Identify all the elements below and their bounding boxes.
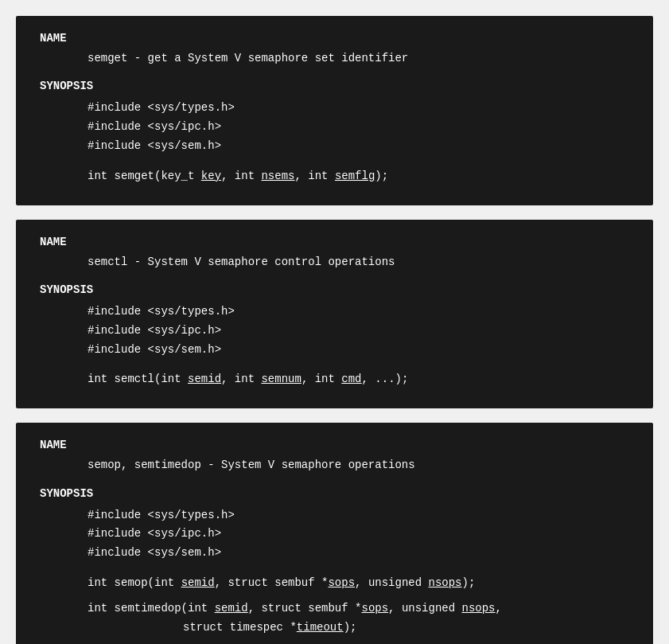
- semctl-param-semnum: semnum: [261, 373, 301, 385]
- semtimedop-line2: struct timespec *: [88, 619, 297, 638]
- semget-sig-mid1: , int: [221, 170, 261, 182]
- semget-synopsis-label: SYNOPSIS: [40, 80, 629, 92]
- semtimedop-sig-comma: ,: [496, 602, 502, 615]
- semctl-synopsis-label: SYNOPSIS: [40, 283, 629, 296]
- semget-includes: #include <sys/types.h> #include <sys/ipc…: [40, 99, 629, 155]
- semtimedop-sig-mid2: , unsigned: [388, 602, 461, 615]
- semctl-includes: #include <sys/types.h> #include <sys/ipc…: [40, 302, 629, 359]
- semget-include-3: #include <sys/sem.h>: [88, 137, 629, 156]
- semget-name-text: semget - get a System V semaphore set id…: [40, 49, 629, 67]
- semctl-sig-end: , ...);: [362, 373, 409, 385]
- semget-sig-prefix: int semget(key_t: [88, 170, 201, 182]
- semop-param-sops: sops: [328, 576, 355, 589]
- semctl-sig-mid1: , int: [221, 373, 261, 385]
- semget-block: NAME semget - get a System V semaphore s…: [16, 16, 653, 205]
- semctl-param-cmd: cmd: [341, 373, 361, 385]
- semop-sig-mid1: , struct sembuf *: [215, 576, 329, 589]
- semget-param-nsems: nsems: [261, 170, 294, 182]
- semop-include-2: #include <sys/ipc.h>: [88, 525, 629, 544]
- semop-sig-mid2: , unsigned: [355, 576, 428, 589]
- semtimedop-sig-prefix: int semtimedop(int: [88, 602, 215, 615]
- semtimedop-param-nsops: nsops: [462, 602, 496, 615]
- semget-param-key: key: [201, 170, 221, 182]
- semtimedop-signature: int semtimedop(int semid, struct sembuf …: [40, 599, 629, 638]
- semget-sig-mid2: , int: [294, 170, 334, 182]
- semctl-block: NAME semctl - System V semaphore control…: [16, 220, 653, 409]
- semctl-signature: int semctl(int semid, int semnum, int cm…: [40, 370, 629, 389]
- semop-signature: int semop(int semid, struct sembuf *sops…: [40, 574, 629, 593]
- semctl-include-2: #include <sys/ipc.h>: [88, 322, 629, 341]
- semop-param-semid: semid: [181, 576, 215, 589]
- semop-includes: #include <sys/types.h> #include <sys/ipc…: [40, 506, 629, 563]
- semop-include-1: #include <sys/types.h>: [88, 506, 629, 525]
- semtimedop-sig-mid1: , struct sembuf *: [248, 602, 362, 615]
- semctl-sig-mid2: , int: [301, 373, 341, 385]
- semop-sig-end: );: [462, 576, 476, 589]
- semget-name-label: NAME: [40, 32, 629, 45]
- semop-include-3: #include <sys/sem.h>: [88, 544, 629, 563]
- semtimedop-sig-end: );: [344, 621, 357, 634]
- semctl-sig-prefix: int semctl(int: [88, 373, 188, 385]
- semtimedop-param-semid: semid: [215, 602, 248, 615]
- semop-name-label: NAME: [40, 439, 629, 451]
- semop-name-text: semop, semtimedop - System V semaphore o…: [40, 456, 629, 474]
- semget-include-2: #include <sys/ipc.h>: [88, 118, 629, 137]
- semtimedop-param-sops: sops: [361, 602, 388, 615]
- semget-param-semflg: semflg: [335, 170, 375, 182]
- semop-block: NAME semop, semtimedop - System V semaph…: [16, 423, 653, 644]
- semop-param-nsops: nsops: [429, 576, 462, 589]
- semop-synopsis-label: SYNOPSIS: [40, 487, 629, 500]
- semget-signature: int semget(key_t key, int nsems, int sem…: [40, 167, 629, 186]
- semget-include-1: #include <sys/types.h>: [88, 99, 629, 118]
- semctl-param-semid: semid: [188, 373, 221, 385]
- semop-sig-prefix: int semop(int: [88, 576, 181, 589]
- semget-sig-end: );: [375, 170, 388, 182]
- semctl-include-3: #include <sys/sem.h>: [88, 341, 629, 360]
- semctl-include-1: #include <sys/types.h>: [88, 302, 629, 322]
- semctl-name-label: NAME: [40, 236, 629, 248]
- semtimedop-param-timeout: timeout: [297, 621, 344, 634]
- semctl-name-text: semctl - System V semaphore control oper…: [40, 253, 629, 271]
